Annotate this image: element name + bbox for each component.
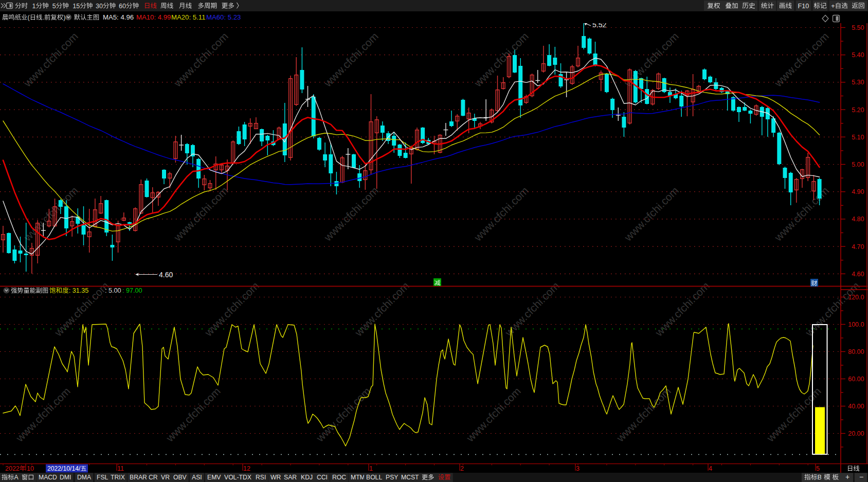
svg-text:MACD: MACD <box>39 474 57 481</box>
svg-text:+: + <box>845 473 849 481</box>
svg-text:MA20: 5.11: MA20: 5.11 <box>171 13 205 21</box>
svg-text:2022/10/14/: 2022/10/14/ <box>47 465 81 472</box>
svg-text:5: 5 <box>52 3 56 10</box>
svg-text:−: − <box>859 473 863 481</box>
svg-text:ROC: ROC <box>332 474 346 481</box>
svg-text:5: 5 <box>816 465 820 472</box>
svg-text:4: 4 <box>709 465 712 472</box>
svg-text:EMV: EMV <box>207 474 221 481</box>
svg-text:1: 1 <box>369 465 373 472</box>
svg-text:4.60: 4.60 <box>159 271 173 279</box>
svg-text:80.00: 80.00 <box>848 348 864 355</box>
svg-text:DMI: DMI <box>60 474 71 481</box>
svg-text:.: . <box>43 14 44 21</box>
svg-text:CCI: CCI <box>317 474 328 481</box>
svg-text:3: 3 <box>576 465 580 472</box>
svg-text:12: 12 <box>243 465 250 472</box>
svg-text:5.10: 5.10 <box>852 134 864 141</box>
svg-text:100.0: 100.0 <box>848 321 864 328</box>
svg-text:F10: F10 <box>798 3 809 10</box>
svg-text:MA10: 4.99: MA10: 4.99 <box>136 13 171 21</box>
svg-text:B: B <box>818 473 822 481</box>
svg-text:WR: WR <box>270 474 281 481</box>
svg-text:2: 2 <box>460 465 464 472</box>
svg-text:OBV: OBV <box>173 474 187 481</box>
svg-text:4.70: 4.70 <box>852 243 864 251</box>
svg-text:1: 1 <box>32 3 36 10</box>
svg-text:5.40: 5.40 <box>852 51 864 59</box>
svg-text:DMA: DMA <box>77 474 92 481</box>
svg-text:FSL: FSL <box>97 474 109 481</box>
svg-text:40.00: 40.00 <box>848 403 864 410</box>
svg-text:BRAR: BRAR <box>130 474 147 481</box>
svg-text:KDJ: KDJ <box>301 474 313 481</box>
svg-text:11: 11 <box>117 465 124 472</box>
svg-text:): ) <box>63 14 65 21</box>
svg-text:15: 15 <box>73 3 80 10</box>
svg-text:120.0: 120.0 <box>848 294 864 301</box>
svg-text:TRIX: TRIX <box>111 474 125 481</box>
svg-text:VR: VR <box>161 474 170 481</box>
svg-text:SAR: SAR <box>284 474 297 481</box>
svg-text:4.60: 4.60 <box>852 271 864 278</box>
svg-text:CR: CR <box>149 474 158 481</box>
svg-text:MA5: 4.96: MA5: 4.96 <box>103 13 134 21</box>
svg-text:4.80: 4.80 <box>852 216 864 223</box>
svg-text:5.00: 5.00 <box>852 161 864 168</box>
svg-text:+: + <box>831 3 835 10</box>
svg-text:60: 60 <box>119 3 126 10</box>
svg-text:MA60: 5.23: MA60: 5.23 <box>206 13 241 21</box>
svg-text:: 97.00: : 97.00 <box>122 287 142 294</box>
svg-text:2022: 2022 <box>5 465 20 472</box>
svg-text:5.50: 5.50 <box>852 24 864 31</box>
svg-text:MCST: MCST <box>401 474 419 481</box>
svg-text:A: A <box>14 474 19 481</box>
svg-text:VOL-TDX: VOL-TDX <box>224 474 251 481</box>
svg-text:ASI: ASI <box>192 474 202 481</box>
svg-text:BOLL: BOLL <box>366 474 382 481</box>
svg-text:RSI: RSI <box>256 474 266 481</box>
svg-text:: 31.35: : 31.35 <box>69 287 89 294</box>
svg-text:30: 30 <box>96 3 103 10</box>
svg-text:10: 10 <box>27 465 34 472</box>
svg-text:5.20: 5.20 <box>852 106 864 114</box>
svg-text:MTM: MTM <box>351 474 365 481</box>
svg-text:5.30: 5.30 <box>852 79 864 86</box>
svg-text:20.00: 20.00 <box>848 430 864 437</box>
svg-text:PSY: PSY <box>386 474 398 481</box>
svg-text:: 5.00: : 5.00 <box>105 287 121 294</box>
svg-text:4.90: 4.90 <box>852 188 864 195</box>
svg-text:60.00: 60.00 <box>848 376 864 383</box>
